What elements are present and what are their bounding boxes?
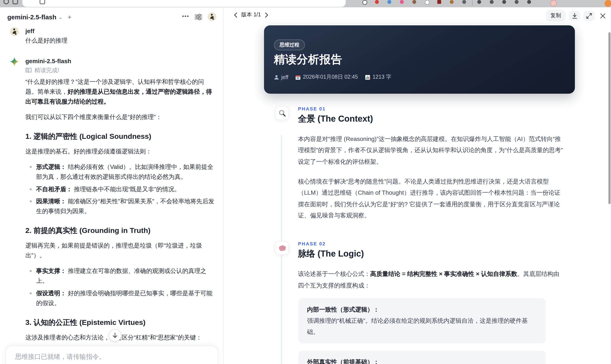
phase-title: 全景 (The Context) — [298, 113, 608, 125]
more-options-button[interactable]: ••• — [182, 13, 189, 19]
user-message-text: 什么是好的推理 — [25, 36, 215, 46]
report-header-card: 思维过程 精读分析报告 jeff 2026年01月08日 02:45 — [264, 25, 575, 94]
magnifier-icon — [275, 106, 289, 120]
logic-box-title: 外部真实性（前提基础）： — [307, 356, 537, 364]
model-selector[interactable]: gemini-2.5-flash — [7, 13, 56, 20]
phase-paragraph: 本内容是对“推理 (Reasoning)”这一抽象概念的高层建模。在知识爆炸与人… — [298, 133, 563, 167]
toolbar-icon[interactable] — [490, 0, 494, 4]
new-chat-button[interactable]: + — [68, 13, 72, 20]
text-run: 本内容是对“推理 (Reasoning)”这一抽象概念的高层建模。在知识爆炸与人… — [298, 135, 563, 165]
artifact-panel: 版本 1/1 复制 — [224, 7, 611, 364]
phase-paragraph: 核心情境在于解决“思考的随意性”问题。不论是人类通过批判性思维进行决策，还是大语… — [298, 176, 563, 221]
section-heading: 3. 认知的公正性 (Epistemic Virtues) — [25, 317, 215, 329]
tab-favicon — [40, 0, 45, 4]
extension-icon[interactable] — [387, 0, 391, 4]
version-label: 版本 1/1 — [241, 11, 261, 18]
text-run: 该论述基于一个核心公式： — [298, 270, 370, 277]
calendar-icon — [296, 75, 301, 80]
bullet-item: 因果清晰： 能准确区分“相关性”和“因果关系”，不会轻率地将先后发生的事情归为因… — [25, 197, 215, 216]
browser-address-bar[interactable] — [22, 0, 346, 7]
extension-icon[interactable] — [400, 0, 404, 4]
bullet-list: 事实支撑： 推理建立在可靠的数据、准确的观测或公认的真理之上。假设透明： 好的推… — [25, 266, 215, 308]
toolbar-icon[interactable] — [502, 0, 506, 4]
app-window: gemini-2.5-flash ⌄ + ••• — [0, 7, 611, 364]
extension-icon[interactable] — [425, 0, 430, 5]
toolbar-icon[interactable] — [477, 0, 481, 4]
bullet-label: 形式逻辑： — [36, 163, 68, 170]
assistant-message: gemini-2.5-flash 精读完成! “什么是好的推理？”这是一个涉及逻… — [10, 57, 215, 364]
extension-icon[interactable] — [462, 0, 466, 4]
browser-apps-icon[interactable] — [13, 0, 18, 4]
browser-back-icon[interactable] — [3, 0, 9, 4]
logic-box-title: 内部一致性（形式逻辑）： — [307, 304, 537, 315]
bullet-item: 事实支撑： 推理建立在可靠的数据、准确的观测或公认的真理之上。 — [25, 266, 215, 286]
copy-button[interactable]: 复制 — [546, 10, 565, 22]
report-datetime: 2026年01月08日 02:45 — [296, 74, 358, 81]
expand-icon — [586, 13, 592, 19]
browser-profile-avatar[interactable] — [550, 0, 557, 6]
download-icon — [572, 13, 577, 19]
chat-header: gemini-2.5-flash ⌄ + ••• — [0, 7, 223, 24]
bullet-item: 形式逻辑： 结构必须有效（Valid）。比如演绎推理中，如果前提全部为真，那么通… — [25, 162, 215, 182]
message-paragraph: 我们可以从以下四个维度来衡量什么是“好的推理”： — [25, 112, 215, 122]
logic-box-body: 强调推理的“机械正确”。结论必须在给定的规则系统内逻辑自洽，这是推理的硬件基础。 — [307, 315, 537, 337]
toolbar-divider — [472, 0, 473, 6]
extension-icon[interactable] — [362, 0, 367, 5]
download-button[interactable] — [569, 11, 580, 21]
artifact-scroll-area[interactable]: 思维过程 精读分析报告 jeff 2026年01月08日 02:45 — [224, 25, 608, 364]
artifact-topbar: 版本 1/1 复制 — [224, 7, 611, 25]
chevron-down-icon[interactable]: ⌄ — [58, 14, 62, 20]
composer-input[interactable]: 思维接口已就绪，请传输指令。 — [15, 353, 105, 361]
assistant-status: 精读完成! — [25, 67, 215, 74]
phase-section-2: PHASE 02 脉络 (The Logic) 该论述基于一个核心公式：高质量结… — [264, 241, 608, 364]
brain-icon — [275, 241, 289, 255]
status-text: 精读完成! — [34, 67, 59, 74]
toolbar-icon[interactable] — [527, 0, 531, 4]
extension-icon[interactable] — [375, 0, 379, 4]
text-run: 高质量结论 = 结构完整性 × 事实准确性 × 认知自律系数 — [370, 270, 517, 277]
arrow-down-icon — [112, 333, 118, 338]
message-paragraph: 逻辑再完美，如果前提是错误的，推理也是垃圾（即“垃圾进，垃圾出”）。 — [25, 241, 215, 260]
extension-icon[interactable] — [605, 0, 611, 7]
phase-section-1: PHASE 01 全景 (The Context) 本内容是对“推理 (Reas… — [264, 106, 608, 221]
phase-label: PHASE 02 — [298, 241, 608, 246]
tune-settings-button[interactable] — [195, 13, 202, 20]
message-paragraph: “什么是好的推理？”这是一个涉及逻辑学、认知科学和哲学核心的问题。简单来说，好的… — [25, 77, 215, 107]
section-heading: 2. 前提的真实性 (Grounding in Truth) — [25, 225, 215, 237]
report-author: jeff — [274, 74, 288, 80]
text-run: 我们可以从以下四个维度来衡量什么是“好的推理”： — [25, 114, 162, 120]
logic-box: 外部真实性（前提基础）：强调推理的“经验校准”。解决“GIGO（垃圾进，垃圾出）… — [298, 351, 546, 364]
gemini-star-icon — [10, 57, 19, 66]
bullet-item: 不自相矛盾： 推理链条中不能出现“既是又非”的情况。 — [25, 184, 215, 194]
assistant-message-body: “什么是好的推理？”这是一个涉及逻辑学、认知科学和哲学核心的问题。简单来说，好的… — [25, 77, 215, 364]
message-author: jeff — [25, 27, 215, 36]
phase-paragraphs: 本内容是对“推理 (Reasoning)”这一抽象概念的高层建模。在知识爆炸与人… — [298, 133, 563, 221]
chat-scroll-area[interactable]: jeff 什么是好的推理 gemini-2.5-flash — [0, 25, 223, 364]
scrollbar-thumb[interactable] — [608, 32, 611, 204]
user-message: jeff 什么是好的推理 — [10, 27, 215, 46]
section-heading: 1. 逻辑的严密性 (Logical Soundness) — [25, 131, 215, 143]
bullet-label: 因果清晰： — [36, 198, 68, 205]
user-avatar — [10, 27, 19, 36]
person-icon — [274, 75, 279, 80]
close-panel-button[interactable] — [598, 11, 608, 21]
extension-icon[interactable] — [450, 0, 454, 4]
text-run: 核心情境在于解决“思考的随意性”问题。不论是人类通过批判性思维进行决策，还是大语… — [298, 178, 560, 219]
text-run: 这是推理的基石。好的推理必须遵循逻辑法则： — [25, 148, 152, 155]
scroll-to-bottom-button[interactable] — [109, 329, 121, 342]
bullet-label: 不自相矛盾： — [36, 185, 74, 192]
phase-paragraph: 该论述基于一个核心公式：高质量结论 = 结构完整性 × 事实准确性 × 认知自律… — [298, 268, 563, 291]
phase-title: 脉络 (The Logic) — [298, 248, 608, 260]
chevron-right-icon[interactable] — [265, 12, 268, 17]
extension-icon[interactable] — [437, 0, 441, 4]
extension-icon[interactable] — [412, 0, 416, 4]
logic-dimension-boxes: 内部一致性（形式逻辑）：强调推理的“机械正确”。结论必须在给定的规则系统内逻辑自… — [298, 298, 546, 364]
bullet-item: 假设透明： 好的推理会明确指明哪些是已知事实，哪些是基于可能的假设。 — [25, 288, 215, 308]
text-run: 逻辑再完美，如果前提是错误的，推理也是垃圾（即“垃圾进，垃圾出”）。 — [25, 242, 202, 259]
close-icon — [600, 13, 605, 18]
toolbar-icon[interactable] — [515, 0, 518, 4]
fullscreen-button[interactable] — [584, 11, 595, 21]
logic-box: 内部一致性（形式逻辑）：强调推理的“机械正确”。结论必须在给定的规则系统内逻辑自… — [298, 298, 546, 343]
user-avatar[interactable] — [208, 13, 216, 21]
chevron-left-icon[interactable] — [234, 12, 237, 17]
